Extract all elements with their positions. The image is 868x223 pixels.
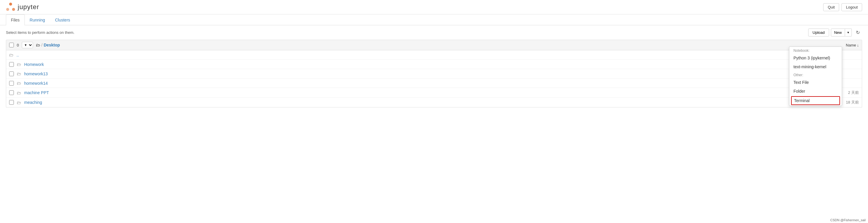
svg-point-0 [9, 3, 12, 6]
file-list-body: 🗁 .. 🗁 Homework 🗁 homework13 🗁 homework1… [6, 50, 862, 107]
tab-files[interactable]: Files [6, 14, 25, 25]
folder-icon: 🗁 [9, 52, 13, 58]
svg-point-1 [6, 8, 9, 11]
toolbar-instruction: Select items to perform actions on them. [6, 30, 74, 35]
folder-icon: 🗁 [17, 71, 21, 76]
row-checkbox[interactable] [9, 72, 14, 76]
table-row: 🗁 meaching 18 天前 [6, 98, 862, 107]
new-dropdown-menu: Notebook: Python 3 (ipykernel) text-mini… [789, 46, 842, 106]
file-date: 18 天前 [846, 100, 859, 105]
file-list-header: 0 ▾ 🗁 / Desktop Name ↓ [6, 40, 862, 50]
toolbar: Select items to perform actions on them.… [0, 25, 868, 40]
logo-text: jupyter [18, 3, 39, 11]
tabs-bar: Files Running Clusters [0, 14, 868, 25]
breadcrumb: 🗁 / Desktop [36, 43, 843, 47]
table-row: 🗁 .. [6, 50, 862, 60]
row-checkbox[interactable] [9, 100, 14, 105]
other-section-label: Other: [789, 71, 842, 78]
header-actions: Quit Logout [823, 3, 862, 11]
dropdown-item-textfile[interactable]: Text File [789, 78, 842, 87]
item-count: 0 [17, 43, 19, 47]
row-checkbox[interactable] [9, 90, 14, 95]
dropdown-item-python3[interactable]: Python 3 (ipykernel) [789, 53, 842, 62]
quit-button[interactable]: Quit [823, 3, 839, 11]
breadcrumb-current[interactable]: Desktop [43, 43, 60, 47]
table-row: 🗁 Homework [6, 60, 862, 69]
new-button-caret[interactable]: ▾ [845, 29, 852, 36]
upload-button[interactable]: Upload [808, 29, 829, 36]
row-checkbox[interactable] [9, 81, 14, 86]
table-row: 🗁 machine PPT 2 天前 [6, 88, 862, 98]
file-link[interactable]: homework13 [24, 72, 48, 76]
tab-running[interactable]: Running [25, 14, 50, 25]
refresh-button[interactable]: ↻ [854, 28, 862, 37]
header: jupyter Quit Logout [0, 0, 868, 14]
table-row: 🗁 homework14 [6, 79, 862, 88]
select-all-checkbox[interactable] [9, 43, 14, 47]
folder-icon: 🗁 [17, 100, 21, 105]
file-link[interactable]: .. [17, 53, 19, 58]
file-link[interactable]: Homework [24, 62, 44, 67]
folder-icon: 🗁 [17, 90, 21, 95]
dir-dropdown[interactable]: ▾ [22, 42, 33, 48]
new-button-group: New ▾ [831, 29, 852, 36]
folder-icon: 🗁 [17, 62, 21, 67]
breadcrumb-separator: / [41, 43, 42, 47]
file-date: 2 天前 [848, 90, 859, 95]
file-link[interactable]: meaching [24, 100, 42, 105]
breadcrumb-folder-icon: 🗁 [36, 43, 40, 47]
table-row: 🗁 homework13 [6, 69, 862, 79]
dropdown-item-textmining[interactable]: text-mining-kernel [789, 62, 842, 71]
notebook-section-label: Notebook: [789, 47, 842, 53]
jupyter-logo-icon [6, 2, 15, 12]
file-link[interactable]: homework14 [24, 81, 48, 86]
folder-icon: 🗁 [17, 81, 21, 86]
file-list-container: 0 ▾ 🗁 / Desktop Name ↓ 🗁 .. 🗁 Homework [0, 40, 868, 107]
new-button[interactable]: New [831, 29, 845, 36]
tab-clusters[interactable]: Clusters [50, 14, 75, 25]
logo-area: jupyter [6, 2, 39, 12]
row-checkbox[interactable] [9, 62, 14, 67]
dropdown-item-folder[interactable]: Folder [789, 87, 842, 96]
dropdown-item-terminal[interactable]: Terminal [791, 96, 840, 105]
svg-point-2 [12, 8, 15, 11]
file-link[interactable]: machine PPT [24, 90, 49, 95]
logout-button[interactable]: Logout [841, 3, 862, 11]
toolbar-right: Upload New ▾ ↻ [808, 28, 862, 37]
name-column-header[interactable]: Name ↓ [846, 43, 859, 47]
